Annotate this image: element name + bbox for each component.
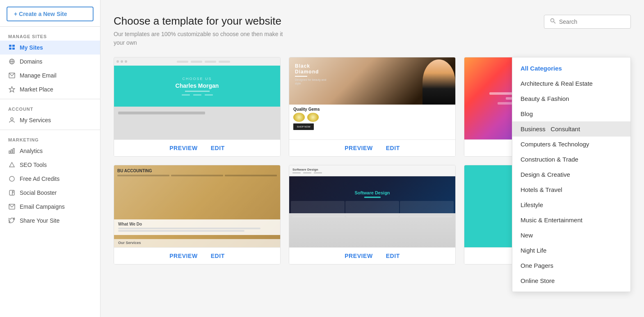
svg-point-9 <box>11 118 13 120</box>
grid-icon <box>8 44 16 51</box>
svg-line-18 <box>554 22 555 23</box>
template-actions-4: PREVIEW EDIT <box>114 247 280 264</box>
sidebar-item-free-ad-credits-label: Free Ad Credits <box>20 176 59 182</box>
preview-button-4[interactable]: PREVIEW <box>169 253 198 259</box>
sidebar-item-social-booster-label: Social Booster <box>20 189 57 196</box>
svg-rect-12 <box>13 148 14 153</box>
sidebar-item-analytics[interactable]: Analytics <box>0 144 100 158</box>
page-title: Choose a template for your website <box>114 15 286 27</box>
svg-point-14 <box>9 176 14 181</box>
template-actions-2: PREVIEW EDIT <box>289 139 455 156</box>
svg-rect-0 <box>9 45 11 47</box>
categories-dropdown: All Categories Architecture & Real Estat… <box>512 57 631 292</box>
dropdown-item-design-creative[interactable]: Design & Creative <box>512 167 630 182</box>
star-icon <box>8 86 16 93</box>
sidebar-item-social-booster[interactable]: Social Booster <box>0 186 100 200</box>
page-title-area: Choose a template for your website Our t… <box>114 15 286 47</box>
sidebar-item-my-services-label: My Services <box>20 117 51 123</box>
email-campaigns-icon <box>8 203 16 210</box>
template-preview-4: BU ACCOUNTING What We Do Our Servic <box>114 165 280 247</box>
svg-rect-2 <box>9 48 11 50</box>
sidebar-item-domains[interactable]: Domains <box>0 55 100 68</box>
sidebar-item-email-campaigns-label: Email Campaigns <box>20 203 65 210</box>
person-icon <box>8 116 16 124</box>
template-preview-5: Software Design Software Design <box>289 165 455 247</box>
sidebar-section-marketing: MARKETING <box>0 134 100 144</box>
page-subtitle: Our templates are 100% customizable so c… <box>114 30 286 47</box>
dropdown-item-lifestyle[interactable]: Lifestyle <box>512 197 630 212</box>
dropdown-item-business-consultant[interactable]: Business Consultant <box>512 121 630 137</box>
sidebar: + Create a New Site MANAGE SITES My Site… <box>0 0 100 317</box>
edit-button-5[interactable]: EDIT <box>386 253 400 259</box>
triangle-icon <box>8 161 16 169</box>
dropdown-item-new[interactable]: New <box>512 228 630 243</box>
svg-rect-10 <box>9 151 10 153</box>
circle-icon <box>8 175 16 182</box>
bar-chart-icon <box>8 147 16 155</box>
page-header: Choose a template for your website Our t… <box>114 15 631 47</box>
content-area: CHOOSE US Charles Morgan <box>114 57 631 309</box>
sidebar-item-domains-label: Domains <box>20 58 42 65</box>
sidebar-item-email-campaigns[interactable]: Email Campaigns <box>0 200 100 214</box>
sidebar-item-seo-tools[interactable]: SEO Tools <box>0 158 100 172</box>
sidebar-section-manage-sites: MANAGE SITES <box>0 31 100 41</box>
sidebar-item-my-sites-label: My Sites <box>20 44 43 51</box>
dropdown-item-online-store[interactable]: Online Store <box>512 273 630 288</box>
create-site-button[interactable]: + Create a New Site <box>7 7 94 21</box>
edit-button-4[interactable]: EDIT <box>211 253 225 259</box>
template-card-1: CHOOSE US Charles Morgan <box>114 57 281 157</box>
search-input[interactable] <box>559 18 625 25</box>
dropdown-item-computers-technology[interactable]: Computers & Technology <box>512 137 630 152</box>
sidebar-section-account: ACCOUNT <box>0 103 100 113</box>
envelope-icon <box>8 72 16 79</box>
globe-icon <box>8 58 16 65</box>
dropdown-item-night-life[interactable]: Night Life <box>512 243 630 258</box>
sidebar-item-market-place[interactable]: Market Place <box>0 82 100 96</box>
template-preview-2: Black Diamond Designed for beauty and st… <box>289 57 455 139</box>
preview-button-2[interactable]: PREVIEW <box>345 145 373 151</box>
sidebar-item-analytics-label: Analytics <box>20 148 43 154</box>
dropdown-item-construction-trade[interactable]: Construction & Trade <box>512 152 630 167</box>
preview-button-5[interactable]: PREVIEW <box>345 253 373 259</box>
template-card-2: Black Diamond Designed for beauty and st… <box>289 57 456 157</box>
sidebar-item-manage-email[interactable]: Manage Email <box>0 68 100 82</box>
sidebar-item-market-place-label: Market Place <box>20 86 53 93</box>
svg-rect-11 <box>11 150 12 153</box>
dropdown-item-beauty-fashion[interactable]: Beauty & Fashion <box>512 91 630 106</box>
template-preview-1: CHOOSE US Charles Morgan <box>114 57 280 139</box>
twitter-icon <box>8 217 16 224</box>
dropdown-item-architecture[interactable]: Architecture & Real Estate <box>512 76 630 91</box>
svg-rect-3 <box>12 48 15 50</box>
edit-button-2[interactable]: EDIT <box>386 145 400 151</box>
sidebar-item-free-ad-credits[interactable]: Free Ad Credits <box>0 172 100 186</box>
sidebar-item-my-sites[interactable]: My Sites <box>0 41 100 55</box>
dropdown-item-blog[interactable]: Blog <box>512 106 630 121</box>
facebook-icon <box>8 189 16 196</box>
dropdown-item-hotels-travel[interactable]: Hotels & Travel <box>512 182 630 197</box>
template-actions-5: PREVIEW EDIT <box>289 247 455 264</box>
main-content: Choose a template for your website Our t… <box>100 0 644 317</box>
svg-rect-1 <box>12 45 15 47</box>
template-actions-1: PREVIEW EDIT <box>114 139 280 156</box>
sidebar-item-my-services[interactable]: My Services <box>0 113 100 127</box>
dropdown-item-music-entertainment[interactable]: Music & Entertainment <box>512 212 630 228</box>
dropdown-item-one-pagers[interactable]: One Pagers <box>512 258 630 273</box>
search-bar[interactable] <box>544 15 631 29</box>
svg-rect-15 <box>9 190 14 195</box>
sidebar-item-seo-tools-label: SEO Tools <box>20 162 47 168</box>
svg-marker-8 <box>9 87 15 92</box>
edit-button-1[interactable]: EDIT <box>211 145 225 151</box>
template-card-5: Software Design Software Design <box>289 165 456 265</box>
template-card-4: BU ACCOUNTING What We Do Our Servic <box>114 165 281 265</box>
sidebar-item-share-your-site-label: Share Your Site <box>20 217 59 224</box>
sidebar-item-manage-email-label: Manage Email <box>20 72 57 79</box>
svg-marker-13 <box>9 162 14 167</box>
sidebar-item-share-your-site[interactable]: Share Your Site <box>0 214 100 228</box>
dropdown-item-all-categories[interactable]: All Categories <box>512 61 630 76</box>
preview-button-1[interactable]: PREVIEW <box>169 145 198 151</box>
svg-point-17 <box>551 19 554 22</box>
search-icon <box>550 18 556 25</box>
